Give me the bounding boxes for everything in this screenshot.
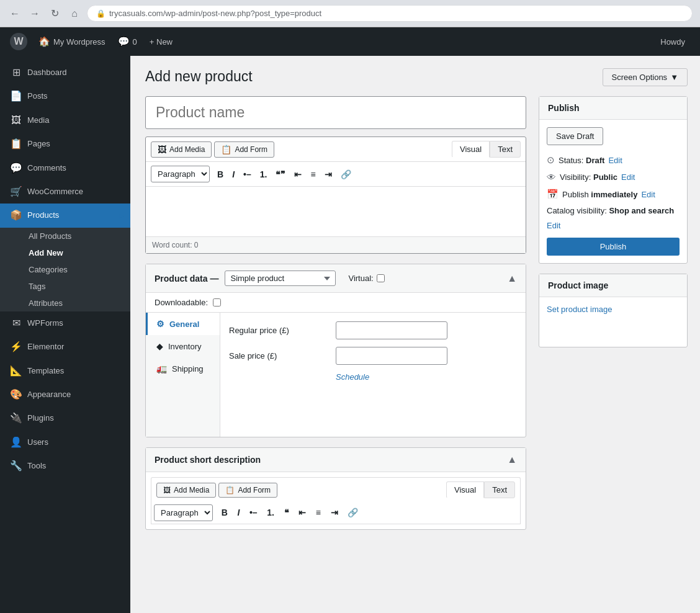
visibility-edit-link[interactable]: Edit bbox=[621, 172, 635, 182]
product-type-select[interactable]: Simple product Grouped product External/… bbox=[225, 271, 336, 286]
short-desc-tab-text[interactable]: Text bbox=[484, 481, 515, 498]
save-draft-button[interactable]: Save Draft bbox=[547, 127, 603, 145]
publish-time-edit-link[interactable]: Edit bbox=[641, 190, 655, 199]
regular-price-input[interactable] bbox=[336, 321, 447, 339]
product-name-input[interactable] bbox=[145, 96, 526, 129]
product-data-tabs: ⚙ General ◆ Inventory 🚛 Shipping bbox=[146, 313, 220, 437]
blockquote-button[interactable]: ❝❞ bbox=[272, 167, 289, 182]
bold-button[interactable]: B bbox=[213, 167, 227, 182]
short-desc-align-right-button[interactable]: ⇥ bbox=[327, 505, 342, 520]
set-product-image-link[interactable]: Set product image bbox=[547, 305, 612, 314]
tab-text[interactable]: Text bbox=[490, 141, 521, 158]
status-icon: ⊙ bbox=[547, 154, 555, 166]
wp-logo[interactable]: W bbox=[7, 30, 30, 53]
short-desc-title: Product short description bbox=[155, 455, 261, 465]
short-desc-tab-visual[interactable]: Visual bbox=[446, 481, 484, 498]
screen-options-button[interactable]: Screen Options ▼ bbox=[603, 68, 688, 86]
collapse-product-data-button[interactable]: ▲ bbox=[507, 273, 517, 284]
product-data-box: Product data — Simple product Grouped pr… bbox=[145, 264, 526, 437]
short-desc-blockquote-button[interactable]: ❝ bbox=[280, 505, 293, 520]
virtual-checkbox[interactable] bbox=[377, 274, 385, 282]
downloadable-row: Downloadable: bbox=[146, 293, 526, 313]
catalog-visibility-edit-link[interactable]: Edit bbox=[547, 221, 560, 230]
general-tab-icon: ⚙ bbox=[156, 319, 164, 329]
pd-tab-general[interactable]: ⚙ General bbox=[146, 313, 220, 335]
collapse-short-desc-button[interactable]: ▲ bbox=[507, 454, 517, 465]
format-select[interactable]: Paragraph bbox=[151, 166, 210, 182]
publish-button[interactable]: Publish bbox=[547, 238, 680, 256]
back-button[interactable]: ← bbox=[7, 6, 22, 21]
sidebar-sub-all-products[interactable]: All Products bbox=[0, 228, 130, 244]
italic-button[interactable]: I bbox=[228, 167, 238, 182]
schedule-link[interactable]: Schedule bbox=[336, 372, 369, 382]
refresh-button[interactable]: ↻ bbox=[47, 6, 62, 21]
unordered-list-button[interactable]: •– bbox=[240, 167, 255, 182]
sidebar-sub-tags[interactable]: Tags bbox=[0, 278, 130, 295]
align-center-button[interactable]: ≡ bbox=[307, 167, 319, 182]
pd-tab-shipping[interactable]: 🚛 Shipping bbox=[146, 357, 220, 380]
add-media-button[interactable]: 🖼 Add Media bbox=[151, 141, 212, 158]
tab-visual[interactable]: Visual bbox=[452, 141, 490, 158]
sidebar-item-appearance[interactable]: 🎨 Appearance bbox=[0, 383, 130, 406]
sidebar-item-users[interactable]: 👤 Users bbox=[0, 431, 130, 454]
sidebar-item-media[interactable]: 🖼 Media bbox=[0, 109, 130, 132]
admin-bar-new[interactable]: + New bbox=[143, 27, 179, 56]
ordered-list-button[interactable]: 1. bbox=[256, 167, 271, 182]
address-bar[interactable]: 🔒 trycasuals.com/wp-admin/post-new.php?p… bbox=[87, 5, 693, 22]
short-desc-format-select[interactable]: Paragraph bbox=[154, 504, 213, 521]
publish-time-row: 📅 Publish immediately Edit bbox=[547, 186, 680, 203]
editor-body[interactable] bbox=[146, 187, 526, 236]
align-left-button[interactable]: ⇤ bbox=[290, 167, 305, 182]
chevron-down-icon: ▼ bbox=[670, 73, 678, 82]
sidebar-sub-add-new[interactable]: Add New bbox=[0, 244, 130, 261]
admin-bar-comments[interactable]: 💬 0 bbox=[112, 27, 143, 56]
product-image-panel-header: Product image bbox=[539, 274, 687, 297]
product-image-panel: Product image Set product image bbox=[539, 274, 688, 347]
sidebar-sub-attributes[interactable]: Attributes bbox=[0, 295, 130, 311]
comment-icon: 💬 bbox=[118, 36, 130, 47]
page-header: Add new product Screen Options ▼ bbox=[145, 68, 688, 86]
form-toolbar-icon: 📋 bbox=[221, 145, 231, 154]
product-image-panel-body: Set product image bbox=[539, 297, 687, 347]
sidebar-item-woocommerce[interactable]: 🛒 WooCommerce bbox=[0, 180, 130, 204]
sale-price-input[interactable] bbox=[336, 347, 447, 365]
link-button[interactable]: 🔗 bbox=[337, 167, 355, 182]
status-edit-link[interactable]: Edit bbox=[608, 156, 622, 165]
sidebar-item-tools[interactable]: 🔧 Tools bbox=[0, 454, 130, 478]
sidebar-item-dashboard[interactable]: ⊞ Dashboard bbox=[0, 61, 130, 84]
sidebar-item-elementor[interactable]: ⚡ Elementor bbox=[0, 335, 130, 359]
main-content: Add new product Screen Options ▼ 🖼 Add M… bbox=[130, 56, 700, 613]
short-desc-bold-button[interactable]: B bbox=[218, 505, 231, 520]
visual-text-tabs: Visual Text bbox=[452, 141, 521, 158]
wp-logo-circle: W bbox=[10, 33, 27, 50]
pd-tab-inventory[interactable]: ◆ Inventory bbox=[146, 335, 220, 357]
product-data-title: Product data — bbox=[155, 274, 218, 284]
regular-price-label: Regular price (£) bbox=[229, 326, 328, 335]
short-desc-add-form-button[interactable]: 📋 Add Form bbox=[218, 483, 277, 498]
short-desc-link-button[interactable]: 🔗 bbox=[344, 505, 362, 520]
downloadable-checkbox[interactable] bbox=[213, 298, 221, 306]
visibility-row: 👁 Visibility: Public Edit bbox=[547, 169, 680, 186]
sidebar-item-plugins[interactable]: 🔌 Plugins bbox=[0, 406, 130, 430]
home-button[interactable]: ⌂ bbox=[67, 6, 82, 21]
sidebar-item-products[interactable]: 📦 Products ▶ bbox=[0, 204, 130, 227]
short-desc-italic-button[interactable]: I bbox=[233, 505, 243, 520]
short-desc-header: Product short description ▲ bbox=[146, 448, 526, 472]
sidebar-item-templates[interactable]: 📐 Templates bbox=[0, 359, 130, 383]
add-form-button[interactable]: 📋 Add Form bbox=[214, 141, 274, 158]
woocommerce-icon: 🛒 bbox=[10, 185, 22, 199]
sidebar-sub-categories[interactable]: Categories bbox=[0, 261, 130, 278]
sidebar-item-comments[interactable]: 💬 Comments bbox=[0, 156, 130, 180]
sidebar-item-pages[interactable]: 📋 Pages bbox=[0, 132, 130, 156]
admin-bar-site[interactable]: 🏠 My Wordpress bbox=[32, 27, 112, 56]
products-icon: 📦 bbox=[10, 208, 22, 222]
short-desc-add-media-button[interactable]: 🖼 Add Media bbox=[156, 483, 216, 498]
short-desc-ol-button[interactable]: 1. bbox=[263, 505, 278, 520]
sidebar-item-wpforms[interactable]: ✉ WPForms bbox=[0, 311, 130, 335]
forward-button[interactable]: → bbox=[27, 6, 42, 21]
sidebar-item-posts[interactable]: 📄 Posts bbox=[0, 84, 130, 108]
align-right-button[interactable]: ⇥ bbox=[321, 167, 336, 182]
short-desc-align-left-button[interactable]: ⇤ bbox=[295, 505, 310, 520]
short-desc-ul-button[interactable]: •– bbox=[246, 505, 261, 520]
short-desc-align-center-button[interactable]: ≡ bbox=[312, 505, 325, 520]
